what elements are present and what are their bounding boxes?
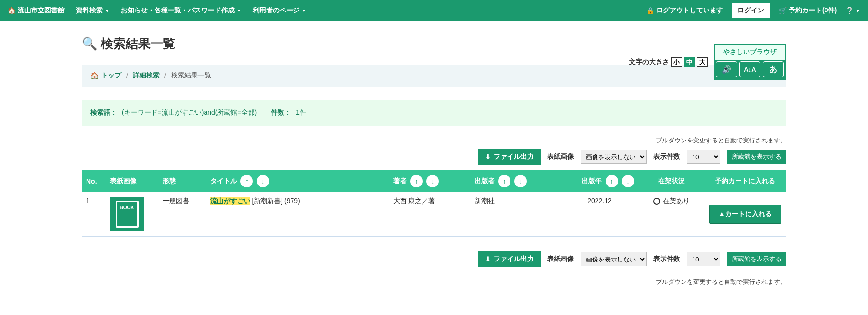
lock-icon: 🔒 bbox=[646, 7, 654, 14]
cover-image-select[interactable]: 画像を表示しない bbox=[581, 150, 647, 164]
search-summary: 検索語： (キーワード=流山がすごい)and(所蔵館=全部) 件数： 1件 bbox=[82, 100, 786, 126]
sort-year-asc[interactable]: ↑ bbox=[606, 175, 618, 187]
home-icon: 🏠 bbox=[90, 72, 98, 79]
font-size-group: 文字の大きさ 小 中 大 bbox=[629, 57, 708, 67]
navbar: 🏠 流山市立図書館 資料検索 ▼ お知らせ・各種一覧・パスワード作成 ▼ 利用者… bbox=[0, 0, 868, 21]
cover-image-select-bottom[interactable]: 画像を表示しない bbox=[581, 252, 647, 266]
sort-author-asc[interactable]: ↑ bbox=[410, 175, 423, 187]
font-a-icon[interactable]: A↓A bbox=[739, 61, 760, 77]
main-container: 文字の大きさ 小 中 大 やさしいブラウザ 🔊 A↓A あ 🔍 検索結果一覧 🏠… bbox=[68, 35, 800, 286]
nav-news-label: お知らせ・各種一覧・パスワード作成 bbox=[121, 6, 235, 15]
caret-down-icon: ▼ bbox=[105, 8, 109, 13]
per-page-select-bottom[interactable]: 10 bbox=[687, 252, 720, 266]
cell-publisher: 新潮社 bbox=[471, 192, 562, 237]
nav-search[interactable]: 資料検索 ▼ bbox=[76, 6, 109, 15]
font-size-medium[interactable]: 中 bbox=[684, 57, 695, 67]
show-library-button-bottom[interactable]: 所蔵館を表示する bbox=[727, 252, 786, 266]
breadcrumb-top[interactable]: トップ bbox=[101, 71, 121, 80]
col-year: 出版年 ↑ ↓ bbox=[562, 170, 638, 193]
col-no: No. bbox=[82, 170, 106, 193]
table-header-row: No. 表紙画像 形態 タイトル ↑ ↓ 著者 ↑ ↓ 出版者 ↑ ↓ bbox=[82, 170, 786, 193]
file-output-label-bottom: ファイル出力 bbox=[494, 255, 534, 263]
result-title-link[interactable]: 流山がすごい bbox=[210, 197, 250, 205]
file-output-button-bottom[interactable]: ⬇ ファイル出力 bbox=[478, 251, 541, 267]
add-to-cart-button[interactable]: ▲カートに入れる bbox=[709, 205, 781, 224]
cell-no: 1 bbox=[82, 192, 106, 237]
sort-publisher-asc[interactable]: ↑ bbox=[498, 175, 510, 187]
nav-home-label: 流山市立図書館 bbox=[18, 6, 65, 15]
stock-status: 在架あり bbox=[642, 197, 701, 206]
breadcrumb-sep: / bbox=[124, 72, 130, 79]
easy-browser-widget[interactable]: やさしいブラウザ 🔊 A↓A あ bbox=[714, 44, 786, 80]
bottom-area: ⬇ ファイル出力 表紙画像 画像を表示しない 表示件数 10 所蔵館を表示する … bbox=[82, 251, 786, 286]
cart-icon: 🛒 bbox=[779, 7, 787, 14]
sort-author-desc[interactable]: ↓ bbox=[426, 175, 439, 187]
caret-down-icon: ▼ bbox=[302, 8, 306, 13]
stock-circle-icon bbox=[653, 198, 660, 205]
cover-image-label-bottom: 表紙画像 bbox=[547, 255, 574, 263]
easy-browser-icons: 🔊 A↓A あ bbox=[715, 60, 785, 79]
font-size-small[interactable]: 小 bbox=[671, 57, 682, 67]
breadcrumb-sep: / bbox=[163, 72, 168, 79]
col-author: 著者 ↑ ↓ bbox=[390, 170, 471, 193]
query-label: 検索語： bbox=[90, 109, 117, 116]
file-output-label: ファイル出力 bbox=[494, 152, 534, 161]
col-title-label: タイトル bbox=[210, 177, 237, 185]
auto-exec-note: プルダウンを変更すると自動で実行されます。 bbox=[82, 136, 786, 145]
per-page-label: 表示件数 bbox=[653, 152, 680, 161]
logout-status-label: ログアウトしています bbox=[656, 6, 723, 15]
download-icon: ⬇ bbox=[485, 255, 491, 263]
caret-down-icon: ▼ bbox=[237, 8, 241, 13]
file-output-button[interactable]: ⬇ ファイル出力 bbox=[478, 149, 541, 165]
results-table: No. 表紙画像 形態 タイトル ↑ ↓ 著者 ↑ ↓ 出版者 ↑ ↓ bbox=[82, 170, 786, 237]
show-library-button[interactable]: 所蔵館を表示する bbox=[727, 150, 786, 164]
nav-home[interactable]: 🏠 流山市立図書館 bbox=[8, 6, 65, 15]
col-title: タイトル ↑ ↓ bbox=[206, 170, 390, 193]
table-row: 1 BOOK 一般図書 流山がすごい [新潮新書] (979) 大西 康之／著 … bbox=[82, 192, 786, 237]
nav-cart[interactable]: 🛒 予約カート(0件) bbox=[779, 6, 837, 15]
cell-cart: ▲カートに入れる bbox=[705, 192, 786, 237]
font-size-large[interactable]: 大 bbox=[697, 57, 708, 67]
nav-cart-label: 予約カート(0件) bbox=[789, 6, 837, 15]
col-year-label: 出版年 bbox=[582, 177, 602, 185]
nav-user-page[interactable]: 利用者のページ ▼ bbox=[253, 6, 306, 15]
query-value: (キーワード=流山がすごい)and(所蔵館=全部) bbox=[122, 109, 257, 116]
per-page-label-bottom: 表示件数 bbox=[653, 255, 680, 263]
easy-browser-title: やさしいブラウザ bbox=[715, 45, 785, 60]
title-highlight: 流山がすごい bbox=[210, 197, 250, 205]
nav-search-label: 資料検索 bbox=[76, 6, 103, 15]
toolbar-top: ⬇ ファイル出力 表紙画像 画像を表示しない 表示件数 10 所蔵館を表示する bbox=[82, 149, 786, 165]
stock-label: 在架あり bbox=[663, 197, 690, 206]
nav-user-page-label: 利用者のページ bbox=[253, 6, 300, 15]
col-format: 形態 bbox=[159, 170, 206, 193]
cell-year: 2022.12 bbox=[562, 192, 638, 237]
help-icon: ❔ bbox=[846, 7, 854, 14]
login-button[interactable]: ログイン bbox=[732, 3, 770, 18]
navbar-left: 🏠 流山市立図書館 資料検索 ▼ お知らせ・各種一覧・パスワード作成 ▼ 利用者… bbox=[8, 6, 306, 15]
nav-news[interactable]: お知らせ・各種一覧・パスワード作成 ▼ bbox=[121, 6, 241, 15]
col-cover: 表紙画像 bbox=[106, 170, 159, 193]
font-size-label: 文字の大きさ bbox=[629, 58, 669, 66]
breadcrumb-advanced[interactable]: 詳細検索 bbox=[133, 71, 160, 80]
home-icon: 🏠 bbox=[8, 7, 16, 14]
hiragana-icon[interactable]: あ bbox=[763, 61, 784, 77]
col-publisher: 出版者 ↑ ↓ bbox=[471, 170, 562, 193]
cell-author: 大西 康之／著 bbox=[390, 192, 471, 237]
count-label: 件数： bbox=[271, 109, 291, 116]
sort-title-desc[interactable]: ↓ bbox=[257, 175, 269, 187]
book-icon-inner: BOOK bbox=[116, 201, 139, 228]
caret-down-icon: ▼ bbox=[856, 8, 860, 13]
breadcrumb-current: 検索結果一覧 bbox=[171, 71, 211, 80]
cell-cover: BOOK bbox=[106, 192, 159, 237]
top-right-controls: 文字の大きさ 小 中 大 やさしいブラウザ 🔊 A↓A あ bbox=[629, 44, 786, 80]
sort-publisher-desc[interactable]: ↓ bbox=[514, 175, 527, 187]
sort-title-asc[interactable]: ↑ bbox=[240, 175, 253, 187]
col-cart: 予約カートに入れる bbox=[705, 170, 786, 193]
cover-image-label: 表紙画像 bbox=[547, 152, 574, 161]
magnifier-icon: 🔍 bbox=[82, 36, 97, 51]
col-stock: 在架状況 bbox=[638, 170, 705, 193]
speaker-icon[interactable]: 🔊 bbox=[716, 61, 737, 77]
per-page-select[interactable]: 10 bbox=[687, 150, 720, 164]
sort-year-desc[interactable]: ↓ bbox=[622, 175, 634, 187]
nav-help[interactable]: ❔ ▼ bbox=[846, 7, 860, 14]
